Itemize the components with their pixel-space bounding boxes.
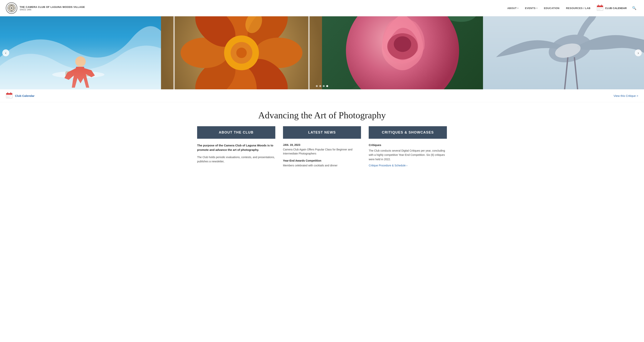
- svg-rect-15: [601, 8, 602, 9]
- slide-images: [0, 16, 644, 89]
- svg-rect-18: [0, 16, 161, 89]
- nav-events[interactable]: EVENTS ▾: [522, 5, 540, 11]
- content-grid: ABOUT THE CLUB The purpose of the Camera…: [188, 126, 456, 175]
- slide-next-button[interactable]: ›: [635, 50, 642, 56]
- news-date-1: JAN. 19, 2023: [283, 143, 361, 146]
- slide-heron: [483, 16, 644, 89]
- logo-area[interactable]: CAMERA CLUB THE CAMERA CLUB OF LAGUNA WO…: [6, 2, 85, 14]
- search-button[interactable]: 🔍: [630, 5, 638, 11]
- slide-dot-4[interactable]: [326, 85, 328, 87]
- slide-flower-orange: [161, 16, 322, 89]
- about-body-text: The Club holds periodic evaluations, con…: [197, 155, 275, 164]
- critiques-section-header: CRITIQUES & SHOWCASES: [369, 126, 447, 139]
- svg-point-35: [236, 48, 247, 58]
- nav-education[interactable]: EDUCATION: [541, 5, 562, 11]
- slide-prev-button[interactable]: ‹: [2, 50, 9, 56]
- nav-about[interactable]: ABOUT ▾: [504, 5, 521, 11]
- logo-icon: CAMERA CLUB: [6, 2, 17, 14]
- slide-dot-1[interactable]: [316, 85, 318, 87]
- news-column: LATEST NEWS JAN. 19, 2023 Camera Club Ag…: [279, 126, 365, 168]
- svg-text:CLUB: CLUB: [10, 10, 13, 12]
- svg-rect-62: [10, 96, 11, 96]
- svg-rect-57: [6, 93, 12, 95]
- svg-text:CAMERA: CAMERA: [10, 5, 14, 6]
- critiques-title: Critiques: [369, 143, 447, 146]
- main-nav: ABOUT ▾ EVENTS ▾ EDUCATION RESOURCES / L…: [504, 3, 638, 13]
- critiques-column: CRITIQUES & SHOWCASES Critiques The Club…: [365, 126, 451, 168]
- slide-flower-pink: [322, 16, 483, 89]
- svg-rect-60: [7, 96, 8, 96]
- about-column: ABOUT THE CLUB The purpose of the Camera…: [193, 126, 279, 168]
- svg-rect-17: [599, 9, 600, 10]
- svg-rect-16: [598, 9, 599, 10]
- svg-point-21: [75, 56, 86, 67]
- below-slide-bar: Club Calendar View this Critique >: [0, 89, 644, 102]
- view-critique-link[interactable]: View this Critique >: [614, 94, 638, 98]
- news-subtitle-1: Year-End Awards Competition: [283, 159, 361, 162]
- nav-calendar-link[interactable]: CLUB CALENDAR: [594, 3, 629, 13]
- svg-rect-13: [598, 8, 599, 9]
- slideshow: ‹ ›: [0, 16, 644, 89]
- nav-resources[interactable]: RESOURCES / LAB: [563, 5, 593, 11]
- slide-dot-3[interactable]: [323, 85, 325, 87]
- critiques-body: The Club conducts several Digital Critiq…: [369, 148, 447, 162]
- chevron-down-icon: ▾: [518, 7, 518, 9]
- logo-text: THE CAMERA CLUB OF LAGUNA WOODS VILLAGE …: [20, 6, 85, 11]
- svg-point-2: [10, 7, 12, 9]
- news-body-1: Members celebrated with cocktails and di…: [283, 163, 361, 168]
- svg-rect-64: [8, 97, 10, 98]
- svg-point-42: [394, 36, 411, 52]
- svg-rect-61: [8, 96, 10, 96]
- site-header: CAMERA CLUB THE CAMERA CLUB OF LAGUNA WO…: [0, 0, 644, 16]
- logo-subtitle: SINCE 1966: [20, 8, 85, 11]
- calendar-small-icon: [6, 92, 13, 99]
- svg-point-19: [52, 71, 104, 78]
- slide-surfer: [0, 16, 161, 89]
- svg-rect-14: [599, 8, 600, 9]
- about-bold-text: The purpose of the Camera Club of Laguna…: [197, 143, 275, 152]
- slide-dots: [316, 85, 328, 87]
- main-heading: Advancing the Art of Photography: [0, 102, 644, 126]
- svg-rect-63: [7, 97, 8, 98]
- news-section-header: LATEST NEWS: [283, 126, 361, 139]
- club-calendar-link[interactable]: Club Calendar: [6, 92, 34, 99]
- svg-rect-20: [65, 71, 92, 76]
- logo-title: THE CAMERA CLUB OF LAGUNA WOODS VILLAGE: [20, 6, 85, 8]
- svg-rect-10: [597, 6, 603, 7]
- chevron-down-icon: ▾: [536, 7, 538, 9]
- news-title-1: Camera Club Again Offers Popular Class f…: [283, 148, 361, 156]
- about-section-header: ABOUT THE CLUB: [197, 126, 275, 139]
- slide-dot-2[interactable]: [319, 85, 321, 87]
- calendar-icon: [596, 4, 604, 12]
- critiques-schedule-link[interactable]: Critique Procedure & Schedule ›: [369, 164, 407, 167]
